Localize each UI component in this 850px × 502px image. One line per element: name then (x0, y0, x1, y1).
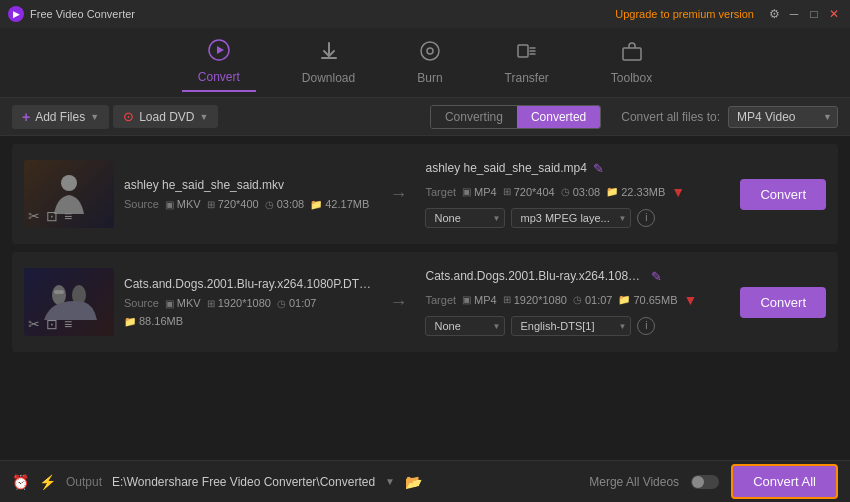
audio-codec-select-1[interactable]: mp3 MPEG laye... (511, 208, 631, 228)
effects-icon-2[interactable]: ≡ (64, 316, 72, 332)
convert-nav-icon (208, 39, 230, 66)
folder-icon[interactable]: 📂 (405, 474, 422, 490)
target-options-2: None English-DTS[1] i (425, 316, 722, 336)
target-size-2: 📁 70.65MB (618, 294, 677, 306)
thumbnail-1: ✂ ⊡ ≡ (24, 160, 114, 228)
svg-rect-4 (518, 45, 528, 57)
nav-bar: Convert Download Burn Transfer (0, 28, 850, 98)
target-options-1: None mp3 MPEG laye... i (425, 208, 722, 228)
source-label-2: Source (124, 297, 159, 309)
settings-icon[interactable]: ⚙ (766, 6, 782, 22)
target-format-2: ▣ MP4 (462, 294, 497, 306)
toolbar: + Add Files ▼ ⊙ Load DVD ▼ Converting Co… (0, 98, 850, 136)
info-button-2[interactable]: i (637, 317, 655, 335)
info-button-1[interactable]: i (637, 209, 655, 227)
scissors-icon-2[interactable]: ✂ (28, 316, 40, 332)
target-duration-2: ◷ 01:07 (573, 294, 613, 306)
source-format-2: ▣ MKV (165, 297, 201, 309)
nav-item-toolbox[interactable]: Toolbox (595, 34, 668, 91)
audio-codec-select-2[interactable]: English-DTS[1] (511, 316, 631, 336)
clock-icon[interactable]: ⏰ (12, 474, 29, 490)
nav-item-burn[interactable]: Burn (401, 34, 458, 91)
quality-arrow-2: ▼ (683, 292, 697, 308)
tab-converted[interactable]: Converted (517, 106, 600, 128)
target-format-1: ▣ MP4 (462, 186, 497, 198)
dvd-icon: ⊙ (123, 109, 134, 124)
audio-none-select-1[interactable]: None (425, 208, 505, 228)
svg-point-7 (52, 285, 66, 305)
add-files-label: Add Files (35, 110, 85, 124)
flash-icon[interactable]: ⚡ (39, 474, 56, 490)
nav-item-convert[interactable]: Convert (182, 33, 256, 92)
minimize-icon[interactable]: ─ (786, 6, 802, 22)
audio-codec-wrapper-2: English-DTS[1] (511, 316, 631, 336)
edit-icon-2[interactable]: ✎ (651, 269, 662, 284)
target-row-2: Target ▣ MP4 ⊞ 1920*1080 ◷ 01:07 📁 70.65… (425, 292, 722, 308)
target-label-1: Target (425, 186, 456, 198)
app-title: Free Video Converter (30, 8, 135, 20)
upgrade-link[interactable]: Upgrade to premium version (615, 8, 754, 20)
format-select[interactable]: MP4 Video MKV Video AVI Video (728, 106, 838, 128)
convert-button-2[interactable]: Convert (740, 287, 826, 318)
output-label: Output (66, 475, 102, 489)
convert-button-1[interactable]: Convert (740, 179, 826, 210)
source-format-1: ▣ MKV (165, 198, 201, 210)
nav-item-transfer[interactable]: Transfer (489, 34, 565, 91)
source-duration-1: ◷ 03:08 (265, 198, 305, 210)
source-filename-1: ashley he_said_she_said.mkv (124, 178, 371, 192)
target-size-1: 📁 22.33MB (606, 186, 665, 198)
status-bar: ⏰ ⚡ Output E:\Wondershare Free Video Con… (0, 460, 850, 502)
crop-icon[interactable]: ⊡ (46, 208, 58, 224)
add-files-button[interactable]: + Add Files ▼ (12, 105, 109, 129)
transfer-nav-icon (516, 40, 538, 67)
main-content: ✂ ⊡ ≡ ashley he_said_she_said.mkv Source… (0, 136, 850, 460)
status-right: Merge All Videos Convert All (432, 464, 838, 499)
target-filename-row-2: Cats.and.Dogs.2001.Blu-ray.x264.1080P.DT… (425, 269, 722, 284)
title-bar-left: ▶ Free Video Converter (8, 6, 135, 22)
app-icon: ▶ (8, 6, 24, 22)
merge-label: Merge All Videos (589, 475, 679, 489)
nav-label-download: Download (302, 71, 355, 85)
target-filename-row-1: ashley he_said_she_said.mp4 ✎ (425, 161, 722, 176)
add-files-arrow: ▼ (90, 112, 99, 122)
file-info-1: ashley he_said_she_said.mkv Source ▣ MKV… (124, 178, 371, 210)
audio-none-wrapper-2: None (425, 316, 505, 336)
audio-codec-wrapper-1: mp3 MPEG laye... (511, 208, 631, 228)
svg-point-3 (427, 48, 433, 54)
file-item-1: ✂ ⊡ ≡ ashley he_said_she_said.mkv Source… (12, 144, 838, 244)
load-dvd-arrow: ▼ (200, 112, 209, 122)
convert-all-button[interactable]: Convert All (731, 464, 838, 499)
source-row-1: Source ▣ MKV ⊞ 720*400 ◷ 03:08 📁 42.17MB (124, 198, 371, 210)
scissors-icon[interactable]: ✂ (28, 208, 40, 224)
target-resolution-2: ⊞ 1920*1080 (503, 294, 567, 306)
merge-toggle[interactable] (691, 475, 719, 489)
source-duration-2: ◷ 01:07 (277, 297, 317, 309)
load-dvd-button[interactable]: ⊙ Load DVD ▼ (113, 105, 218, 128)
toolbox-nav-icon (621, 40, 643, 67)
target-section-2: Cats.and.Dogs.2001.Blu-ray.x264.1080P.DT… (425, 269, 722, 336)
tab-converting[interactable]: Converting (431, 106, 517, 128)
download-nav-icon (318, 40, 340, 67)
nav-item-download[interactable]: Download (286, 34, 371, 91)
svg-point-2 (421, 42, 439, 60)
output-select-arrow[interactable]: ▼ (385, 476, 395, 487)
thumbnail-2: ✂ ⊡ ≡ (24, 268, 114, 336)
target-section-1: ashley he_said_she_said.mp4 ✎ Target ▣ M… (425, 161, 722, 228)
target-duration-1: ◷ 03:08 (561, 186, 601, 198)
title-bar-right: Upgrade to premium version ⚙ ─ □ ✕ (615, 6, 842, 22)
source-resolution-1: ⊞ 720*400 (207, 198, 259, 210)
source-row-2: Source ▣ MKV ⊞ 1920*1080 ◷ 01:07 📁 88.16… (124, 297, 371, 327)
burn-nav-icon (419, 40, 441, 67)
effects-icon[interactable]: ≡ (64, 208, 72, 224)
crop-icon-2[interactable]: ⊡ (46, 316, 58, 332)
file-item-2: ✂ ⊡ ≡ Cats.and.Dogs.2001.Blu-ray.x264.10… (12, 252, 838, 352)
target-resolution-1: ⊞ 720*404 (503, 186, 555, 198)
close-icon[interactable]: ✕ (826, 6, 842, 22)
audio-none-wrapper-1: None (425, 208, 505, 228)
edit-icon-1[interactable]: ✎ (593, 161, 604, 176)
quality-arrow-1: ▼ (671, 184, 685, 200)
source-resolution-2: ⊞ 1920*1080 (207, 297, 271, 309)
nav-label-transfer: Transfer (505, 71, 549, 85)
audio-none-select-2[interactable]: None (425, 316, 505, 336)
maximize-icon[interactable]: □ (806, 6, 822, 22)
